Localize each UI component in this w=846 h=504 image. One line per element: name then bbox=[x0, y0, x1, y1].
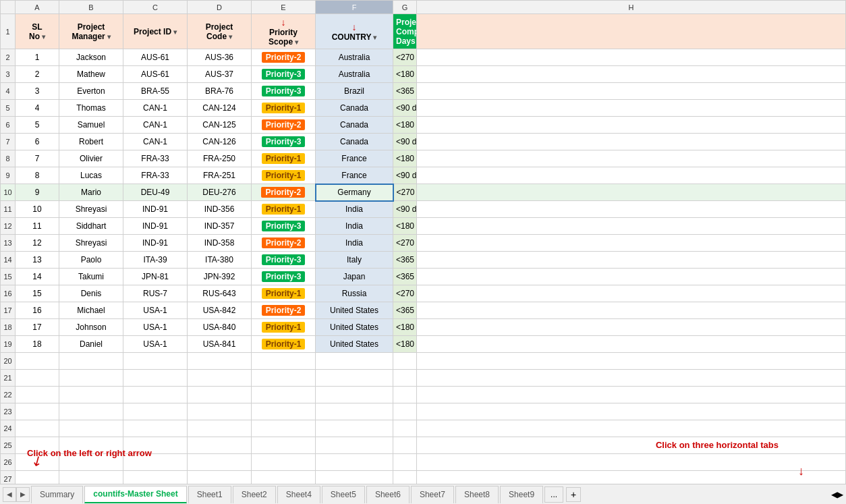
table-row[interactable]: 32MathewAUS-61AUS-37Priority-3Australia<… bbox=[1, 66, 846, 83]
tab-sheet8[interactable]: Sheet8 bbox=[455, 486, 499, 503]
cell-project-id: RUS-7 bbox=[123, 285, 188, 302]
tab-sheet4[interactable]: Sheet4 bbox=[277, 486, 320, 503]
table-row[interactable]: 1514TakumiJPN-81JPN-392Priority-3Japan<3… bbox=[1, 269, 846, 285]
cell-priority: Priority-2 bbox=[252, 184, 316, 201]
cell-priority: Priority-3 bbox=[252, 269, 316, 285]
cell-country: Australia bbox=[316, 49, 393, 66]
cell-priority: Priority-1 bbox=[252, 319, 316, 336]
tab-countifs-master-sheet[interactable]: countifs-Master Sheet bbox=[84, 486, 186, 503]
cell-sl-no: 15 bbox=[16, 285, 59, 302]
cell-completion-days: <365 days bbox=[393, 269, 417, 285]
cell-sl-no: 17 bbox=[16, 319, 59, 336]
cell-priority: Priority-1 bbox=[252, 100, 316, 117]
header-project-manager: ProjectManager ▾ bbox=[59, 14, 123, 49]
empty-row: 21 bbox=[1, 370, 846, 387]
cell-project-id: CAN-1 bbox=[123, 100, 188, 117]
table-row[interactable]: 98LucasFRA-33FRA-251Priority-1France<90 … bbox=[1, 167, 846, 184]
cell-completion-days: <180 days bbox=[393, 117, 417, 134]
tab-add-button[interactable]: + bbox=[566, 487, 581, 502]
table-row[interactable]: 1817JohnsonUSA-1USA-840Priority-1United … bbox=[1, 319, 846, 336]
tab-nav-left[interactable]: ◀ bbox=[3, 487, 16, 502]
row-num-17: 17 bbox=[1, 302, 16, 319]
row-num-11: 11 bbox=[1, 201, 16, 218]
tab-nav-right[interactable]: ▶ bbox=[16, 487, 30, 502]
col-a-header[interactable]: A bbox=[16, 1, 59, 14]
row-num-7: 7 bbox=[1, 134, 16, 150]
cell-priority: Priority-1 bbox=[252, 150, 316, 167]
cell-project-code: DEU-276 bbox=[188, 184, 252, 201]
cell-priority: Priority-1 bbox=[252, 336, 316, 353]
col-g-header[interactable]: G bbox=[393, 1, 417, 14]
table-row[interactable]: 1615DenisRUS-7RUS-643Priority-1Russia<27… bbox=[1, 285, 846, 302]
scroll-right-arrow-icon: ↓ bbox=[798, 464, 804, 478]
cell-project-code: AUS-36 bbox=[188, 49, 252, 66]
corner-cell bbox=[1, 1, 16, 14]
table-row[interactable]: 43EvertonBRA-55BRA-76Priority-3Brazil<36… bbox=[1, 83, 846, 100]
cell-project-id: CAN-1 bbox=[123, 134, 188, 150]
scroll-left-btn[interactable]: ◀ bbox=[831, 490, 837, 499]
cell-completion-days: <90 days bbox=[393, 100, 417, 117]
tab-sheet1[interactable]: Sheet1 bbox=[188, 486, 231, 503]
row-num-16: 16 bbox=[1, 285, 16, 302]
col-d-header[interactable]: D bbox=[188, 1, 252, 14]
cell-country: Russia bbox=[316, 285, 393, 302]
cell-manager: Daniel bbox=[59, 336, 123, 353]
tab-sheet7[interactable]: Sheet7 bbox=[411, 486, 454, 503]
scroll-right-btn[interactable]: ▶ bbox=[837, 490, 843, 499]
cell-project-code: JPN-392 bbox=[188, 269, 252, 285]
cell-manager: Takumi bbox=[59, 269, 123, 285]
cell-country: India bbox=[316, 218, 393, 235]
table-row[interactable]: 109MarioDEU-49DEU-276Priority-2Germany<2… bbox=[1, 184, 846, 201]
col-e-header[interactable]: E bbox=[252, 1, 316, 14]
spreadsheet-wrapper: Click on the left or right arrow ↙ Click… bbox=[0, 0, 846, 504]
cell-project-code: USA-840 bbox=[188, 319, 252, 336]
tab-sheet2[interactable]: Sheet2 bbox=[233, 486, 276, 503]
cell-empty-h bbox=[417, 83, 846, 100]
cell-sl-no: 9 bbox=[16, 184, 59, 201]
table-row[interactable]: 54ThomasCAN-1CAN-124Priority-1Canada<90 … bbox=[1, 100, 846, 117]
cell-priority: Priority-3 bbox=[252, 218, 316, 235]
tab-sheet5[interactable]: Sheet5 bbox=[322, 486, 365, 503]
cell-priority: Priority-3 bbox=[252, 66, 316, 83]
table-row[interactable]: 1211SiddhartIND-91IND-357Priority-3India… bbox=[1, 218, 846, 235]
cell-priority: Priority-2 bbox=[252, 302, 316, 319]
table-row[interactable]: 1918DanielUSA-1USA-841Priority-1United S… bbox=[1, 336, 846, 353]
tab-sheet9[interactable]: Sheet9 bbox=[500, 486, 543, 503]
table-row[interactable]: 87OlivierFRA-33FRA-250Priority-1France<1… bbox=[1, 150, 846, 167]
cell-country: India bbox=[316, 201, 393, 218]
cell-empty-h bbox=[417, 269, 846, 285]
cell-priority: Priority-3 bbox=[252, 252, 316, 269]
cell-project-id: USA-1 bbox=[123, 336, 188, 353]
header-project-code: ProjectCode ▾ bbox=[188, 14, 252, 49]
col-c-header[interactable]: C bbox=[123, 1, 188, 14]
cell-empty-h bbox=[417, 150, 846, 167]
cell-priority: Priority-2 bbox=[252, 49, 316, 66]
cell-country: Canada bbox=[316, 117, 393, 134]
tab-bar: ◀ ▶ Summarycountifs-Master SheetSheet1Sh… bbox=[0, 484, 846, 504]
table-row[interactable]: 76RobertCAN-1CAN-126Priority-3Canada<90 … bbox=[1, 134, 846, 150]
cell-manager: Samuel bbox=[59, 117, 123, 134]
col-f-header[interactable]: F bbox=[316, 1, 393, 14]
tab-sheet6[interactable]: Sheet6 bbox=[366, 486, 410, 503]
empty-row: 23 bbox=[1, 403, 846, 420]
table-row[interactable]: 1110ShreyasiIND-91IND-356Priority-1India… bbox=[1, 201, 846, 218]
col-b-header[interactable]: B bbox=[59, 1, 123, 14]
cell-empty-h bbox=[417, 66, 846, 83]
row-num-9: 9 bbox=[1, 167, 16, 184]
cell-sl-no: 2 bbox=[16, 66, 59, 83]
empty-row: 24 bbox=[1, 420, 846, 437]
table-row[interactable]: 21JacksonAUS-61AUS-36Priority-2Australia… bbox=[1, 49, 846, 66]
priority-red-arrow: ↓ bbox=[254, 17, 312, 28]
cell-completion-days: <180 days bbox=[393, 319, 417, 336]
cell-project-id: USA-1 bbox=[123, 302, 188, 319]
col-h-header[interactable]: H bbox=[417, 1, 846, 14]
tab-dots-button[interactable]: ... bbox=[544, 486, 563, 503]
table-row[interactable]: 1413PaoloITA-39ITA-380Priority-3Italy<36… bbox=[1, 252, 846, 269]
table-row[interactable]: 1312ShreyasiIND-91IND-358Priority-2India… bbox=[1, 235, 846, 252]
tab-summary[interactable]: Summary bbox=[31, 486, 83, 503]
cell-manager: Shreyasi bbox=[59, 201, 123, 218]
table-row[interactable]: 1716MichaelUSA-1USA-842Priority-2United … bbox=[1, 302, 846, 319]
table-row[interactable]: 65SamuelCAN-1CAN-125Priority-2Canada<180… bbox=[1, 117, 846, 134]
cell-country: Canada bbox=[316, 134, 393, 150]
annotation-left: Click on the left or right arrow bbox=[27, 448, 152, 458]
